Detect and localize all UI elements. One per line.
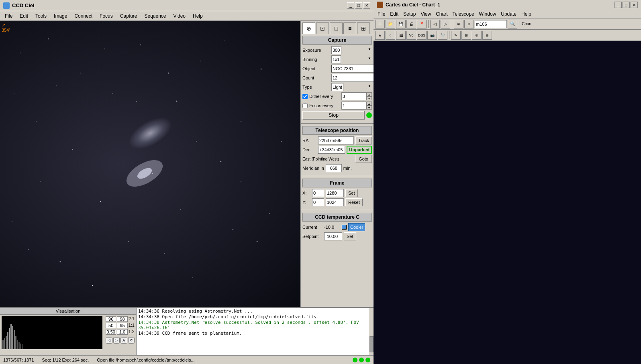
menu-tools[interactable]: Tools xyxy=(32,12,50,20)
menu-capture[interactable]: Capture xyxy=(117,12,141,20)
histo-next[interactable]: ▷ xyxy=(113,337,120,344)
cdc-menu-edit[interactable]: Edit xyxy=(388,10,401,18)
cdc-t2-btn-6[interactable]: 📷 xyxy=(427,31,437,40)
histo-prev[interactable]: ◁ xyxy=(106,337,112,344)
tab-capture[interactable]: ⊕ xyxy=(302,22,315,34)
binning-select[interactable]: 1x1 xyxy=(331,55,341,63)
pointing-label: East (Pointing West) xyxy=(302,157,353,161)
cdc-t2-btn-1[interactable]: ★ xyxy=(375,31,385,40)
cdc-menu-setup[interactable]: Setup xyxy=(401,10,418,18)
cdc-tool-marker[interactable]: 📍 xyxy=(417,20,427,28)
focus-down[interactable]: ▼ xyxy=(366,106,372,110)
unparked-button[interactable]: Unparked xyxy=(347,146,372,154)
histogram-controls: 96 98 2:1 50 95 1:1 0.50 1.0 1:2 xyxy=(104,315,136,351)
cdc-menu-file[interactable]: File xyxy=(375,10,388,18)
cdc-tool-open[interactable]: 📁 xyxy=(386,20,395,28)
cdc-search-input[interactable] xyxy=(475,20,507,28)
histo-val-a-2: 0.50 xyxy=(106,329,116,335)
cdc-maximize[interactable]: □ xyxy=(623,2,630,8)
cdc-tool-back[interactable]: ◁ xyxy=(430,20,440,28)
cdc-menu-telescope[interactable]: Telescope xyxy=(450,10,477,18)
goto-button[interactable]: Goto xyxy=(355,155,372,163)
log-scroll-thumb[interactable] xyxy=(369,336,374,352)
cdc-minimize[interactable]: _ xyxy=(614,2,622,8)
count-input[interactable] xyxy=(331,74,374,82)
cdc-t2-btn-5[interactable]: DSS xyxy=(417,31,427,40)
frame-set-button[interactable]: Set xyxy=(345,189,358,197)
focus-up[interactable]: ▲ xyxy=(366,102,372,106)
focus-checkbox[interactable] xyxy=(302,103,308,108)
dither-checkbox[interactable] xyxy=(302,94,308,99)
menu-bar: File Edit Tools Image Connect Focus Capt… xyxy=(0,11,374,21)
cooler-button[interactable]: Cooler xyxy=(348,223,365,231)
tab-view[interactable]: □ xyxy=(330,22,343,34)
tab-list[interactable]: ≡ xyxy=(343,22,356,34)
frame-reset-button[interactable]: Reset xyxy=(345,198,363,206)
cdc-t2-btn-9[interactable]: ⊞ xyxy=(461,31,471,40)
toolbar-tabs: ⊕ ⊡ □ ≡ ⊞ xyxy=(301,21,374,34)
histo-auto[interactable]: A xyxy=(120,337,127,344)
log-line-3: 14:34:39 CCD frame sent to planetarium. xyxy=(138,331,367,336)
object-label: Object xyxy=(302,66,330,71)
cdc-menu-view[interactable]: View xyxy=(418,10,433,18)
dither-input[interactable] xyxy=(341,92,366,100)
cdc-close[interactable]: ✕ xyxy=(631,2,638,8)
histo-val-a-0: 96 xyxy=(106,316,116,322)
menu-help[interactable]: Help xyxy=(190,12,206,20)
cdc-menu-update[interactable]: Update xyxy=(498,10,519,18)
cdc-tool-save[interactable]: 💾 xyxy=(396,20,406,28)
cdc-tool-zoom-in[interactable]: ⊕ xyxy=(454,20,463,28)
cdc-t2-btn-3[interactable]: 🖼 xyxy=(396,31,406,40)
menu-edit[interactable]: Edit xyxy=(16,12,31,20)
cdc-menu-help[interactable]: Help xyxy=(519,10,534,18)
dither-up[interactable]: ▲ xyxy=(366,92,372,96)
tab-frame[interactable]: ⊡ xyxy=(316,22,329,34)
type-select[interactable]: Light xyxy=(331,83,343,91)
status-dot-1 xyxy=(359,358,364,362)
file-status: Open file /home/pch/.config/ccdciel/tmp/… xyxy=(97,358,194,362)
cdc-search-button[interactable]: 🔍 xyxy=(508,20,517,28)
minimize-button[interactable]: _ xyxy=(347,2,354,9)
cdc-menu-window[interactable]: Window xyxy=(477,10,499,18)
menu-sequence[interactable]: Sequence xyxy=(141,12,169,20)
status-dot-2 xyxy=(365,358,370,362)
cdc-tool-fwd[interactable]: ▷ xyxy=(441,20,450,28)
histo-reset[interactable]: ↺ xyxy=(128,337,135,344)
maximize-button[interactable]: □ xyxy=(355,2,362,9)
menu-image[interactable]: Image xyxy=(51,12,70,20)
exposure-label: Exposure xyxy=(302,48,330,53)
cdc-tool-new[interactable]: □ xyxy=(375,20,385,28)
menu-connect[interactable]: Connect xyxy=(71,12,96,20)
tab-grid[interactable]: ⊞ xyxy=(357,22,370,34)
log-scrollbar[interactable] xyxy=(369,308,374,355)
svg-rect-48 xyxy=(20,344,21,349)
cdc-t2-btn-7[interactable]: 🔭 xyxy=(438,31,447,40)
dither-down[interactable]: ▼ xyxy=(366,96,372,100)
track-button[interactable]: Track xyxy=(355,136,372,144)
frame-title: Frame xyxy=(302,179,372,187)
dec-row: Dec +34d31m05 Unparked xyxy=(302,146,372,154)
setpoint-input[interactable] xyxy=(324,232,342,240)
svg-point-17 xyxy=(269,213,269,214)
menu-video[interactable]: Video xyxy=(170,12,189,20)
cdc-t2-btn-4[interactable]: V0 xyxy=(406,31,416,40)
object-row: Object xyxy=(302,65,372,73)
cdc-tool-print[interactable]: 🖨 xyxy=(406,20,416,28)
menu-file[interactable]: File xyxy=(2,12,16,20)
focus-input[interactable] xyxy=(341,102,366,110)
setpoint-set-button[interactable]: Set xyxy=(344,232,356,240)
stop-button[interactable]: Stop xyxy=(302,111,365,120)
menu-focus[interactable]: Focus xyxy=(96,12,116,20)
histo-row-2: 0.50 1.0 1:2 xyxy=(106,329,135,335)
cdc-t2-btn-2[interactable]: ○ xyxy=(386,31,395,40)
cdc-menu-chart[interactable]: Chart xyxy=(433,10,450,18)
exposure-select[interactable]: 300 xyxy=(331,46,341,54)
cdc-t2-btn-8[interactable]: ✎ xyxy=(451,31,461,40)
cdc-t2-btn-11[interactable]: ⊕ xyxy=(482,31,492,40)
close-button[interactable]: ✕ xyxy=(363,2,370,9)
cdc-tool-zoom-out[interactable]: ⊖ xyxy=(464,20,474,28)
count-spinner: ▲ ▼ xyxy=(331,74,374,82)
cdc-t2-btn-10[interactable]: ⊙ xyxy=(472,31,482,40)
object-input[interactable] xyxy=(331,65,374,73)
toolbar-sep-2 xyxy=(452,20,452,28)
